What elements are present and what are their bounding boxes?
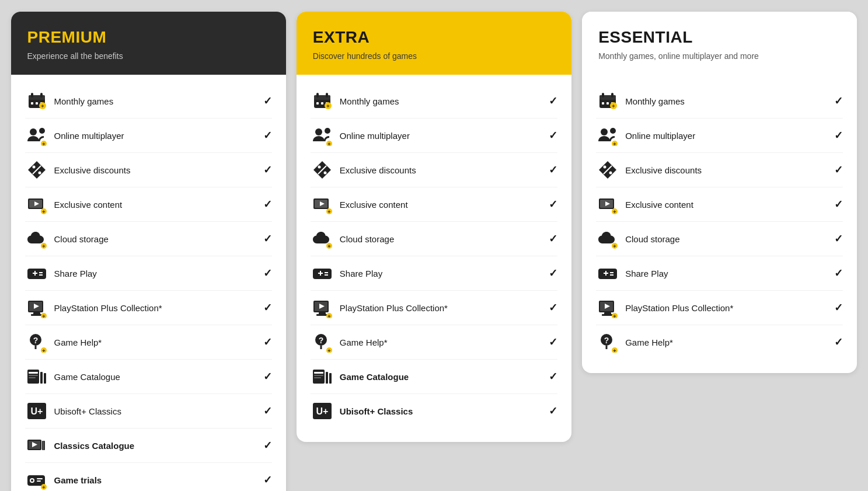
feature-label: Online multiplayer <box>54 131 259 141</box>
svg-rect-25 <box>33 273 37 274</box>
feature-row: ? + Game Help*✓ <box>25 325 272 360</box>
extra-title: EXTRA <box>313 28 555 47</box>
svg-point-72 <box>315 128 322 135</box>
premium-title: PREMIUM <box>27 28 270 47</box>
svg-rect-68 <box>321 102 323 105</box>
ubisoft-icon: U+ <box>311 401 334 422</box>
svg-text:U+: U+ <box>30 406 43 416</box>
feature-row: ? + Game Help*✓ <box>311 325 557 360</box>
feature-check: ✓ <box>263 232 272 245</box>
feature-label: Game Help* <box>625 337 829 347</box>
monthly-icon: + <box>25 90 48 112</box>
feature-label: Exclusive discounts <box>340 165 544 175</box>
feature-row: + PlayStation Plus Collection*✓ <box>25 291 272 325</box>
feature-label: Game Help* <box>340 337 544 347</box>
svg-rect-44 <box>29 375 38 376</box>
multiplayer-icon: + <box>25 125 48 146</box>
svg-point-14 <box>38 172 41 175</box>
share-icon <box>25 263 48 284</box>
feature-label: PlayStation Plus Collection* <box>340 303 544 313</box>
feature-row: Share Play✓ <box>596 256 843 291</box>
gamehelp-icon: ? + <box>25 332 48 353</box>
gamehelp-icon: ? + <box>311 332 334 353</box>
feature-label: Classics Catalogue <box>54 441 259 451</box>
svg-rect-108 <box>314 377 321 378</box>
feature-label: Game trials <box>54 475 259 485</box>
share-icon <box>596 263 619 284</box>
feature-check: ✓ <box>263 336 272 349</box>
feature-check: ✓ <box>263 473 272 486</box>
feature-check: ✓ <box>834 232 843 245</box>
feature-check: ✓ <box>549 232 557 245</box>
feature-row: Game Catalogue✓ <box>311 360 557 394</box>
feature-check: ✓ <box>263 267 272 280</box>
ubisoft-icon: U+ <box>25 401 48 422</box>
feature-label: Game Catalogue <box>54 372 259 382</box>
feature-row: + Exclusive content✓ <box>311 187 557 222</box>
svg-rect-45 <box>29 377 36 378</box>
svg-rect-88 <box>318 273 323 274</box>
feature-row: + Cloud storage✓ <box>596 222 843 256</box>
feature-label: Cloud storage <box>625 234 829 244</box>
svg-text:+: + <box>612 103 615 109</box>
svg-rect-114 <box>611 93 613 97</box>
svg-rect-103 <box>313 370 325 384</box>
feature-row: + Monthly games✓ <box>596 84 843 119</box>
feature-check: ✓ <box>549 336 557 349</box>
collection-icon: + <box>25 297 48 318</box>
feature-row: + PlayStation Plus Collection*✓ <box>311 291 557 325</box>
feature-check: ✓ <box>834 301 843 314</box>
feature-check: ✓ <box>263 439 272 452</box>
feature-label: Share Play <box>625 269 829 278</box>
card-essential: ESSENTIALMonthly games, online multiplay… <box>582 12 857 373</box>
feature-check: ✓ <box>549 163 557 176</box>
feature-row: Share Play✓ <box>311 256 557 291</box>
svg-text:+: + <box>326 103 329 109</box>
feature-label: Exclusive content <box>625 200 829 210</box>
content-icon: + <box>596 194 619 215</box>
svg-rect-65 <box>316 93 319 97</box>
feature-row: U+ Ubisoft+ Classics✓ <box>311 394 557 428</box>
svg-rect-89 <box>325 272 328 273</box>
discounts-icon <box>25 159 48 180</box>
svg-point-73 <box>325 128 330 134</box>
svg-text:+: + <box>327 209 330 215</box>
svg-rect-43 <box>29 372 38 374</box>
content-icon: + <box>25 194 48 215</box>
feature-label: Share Play <box>54 269 259 278</box>
feature-label: Share Play <box>340 269 544 278</box>
svg-text:+: + <box>613 141 616 146</box>
svg-rect-138 <box>610 274 613 276</box>
svg-rect-52 <box>43 441 44 450</box>
feature-row: Game Catalogue✓ <box>25 360 272 394</box>
feature-check: ✓ <box>549 370 557 383</box>
feature-row: ? + Game Help*✓ <box>596 325 843 359</box>
cloud-icon: + <box>25 228 48 249</box>
svg-rect-42 <box>44 373 46 384</box>
feature-label: Exclusive discounts <box>625 165 829 175</box>
svg-rect-66 <box>326 93 328 97</box>
card-premium: PREMIUMExperience all the benefits + Mon… <box>11 12 286 491</box>
svg-rect-40 <box>27 370 39 384</box>
feature-label: Monthly games <box>340 96 544 106</box>
feature-row: Share Play✓ <box>25 256 272 291</box>
gamehelp-icon: ? + <box>596 332 619 353</box>
discounts-icon <box>311 159 334 180</box>
feature-label: Cloud storage <box>340 234 544 244</box>
svg-rect-27 <box>39 274 43 276</box>
svg-text:+: + <box>42 314 45 318</box>
feature-label: Exclusive content <box>340 200 544 210</box>
feature-check: ✓ <box>263 129 272 142</box>
feature-row: + Cloud storage✓ <box>25 222 272 256</box>
feature-check: ✓ <box>549 198 557 211</box>
catalogue-icon <box>311 366 334 387</box>
svg-point-125 <box>609 172 612 175</box>
feature-check: ✓ <box>263 163 272 176</box>
multiplayer-icon: + <box>311 125 334 146</box>
monthly-icon: + <box>596 90 619 112</box>
svg-point-9 <box>30 128 37 135</box>
feature-row: + Cloud storage✓ <box>311 222 557 256</box>
essential-body: + Monthly games✓ + Online multiplayer✓ E… <box>582 75 857 373</box>
svg-text:+: + <box>42 141 45 146</box>
feature-label: PlayStation Plus Collection* <box>54 303 259 313</box>
